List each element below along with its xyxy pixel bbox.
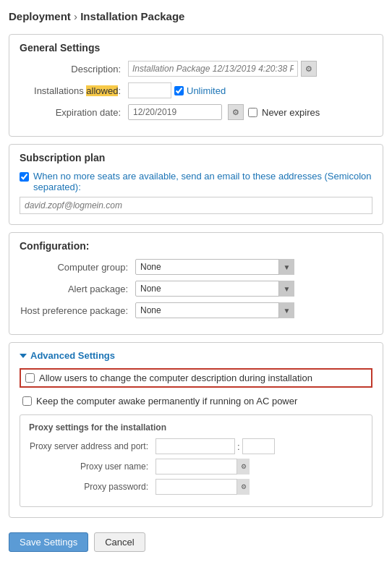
breadcrumb-current: Installation Package	[80, 10, 184, 22]
breadcrumb-separator: ›	[74, 10, 80, 22]
proxy-box-title: Proxy settings for the installation	[29, 422, 363, 433]
general-settings-title: General Settings	[20, 42, 372, 54]
never-expires-label: Never expires	[262, 107, 320, 118]
host-pref-select-wrap: None ▼	[135, 302, 294, 318]
advanced-settings-title[interactable]: Advanced Settings	[20, 350, 372, 361]
unlimited-label: Unlimited	[187, 85, 226, 96]
computer-group-row: Computer group: None ▼	[20, 259, 372, 275]
proxy-address-row: Proxy server address and port: :	[29, 438, 363, 454]
subscription-plan-title: Subscription plan	[20, 152, 372, 163]
save-settings-button[interactable]: Save Settings	[9, 532, 88, 552]
proxy-password-input[interactable]	[155, 479, 250, 495]
host-pref-row: Host preference package: None ▼	[20, 302, 372, 318]
proxy-password-icon-btn[interactable]: ⚙	[237, 479, 250, 495]
configuration-section: Configuration: Computer group: None ▼ Al…	[9, 232, 383, 335]
computer-group-select-wrap: None ▼	[135, 259, 294, 275]
subscription-plan-section: Subscription plan When no more seats are…	[9, 144, 383, 225]
computer-group-label: Computer group:	[20, 262, 135, 273]
proxy-password-row: Proxy password: ⚙	[29, 479, 363, 495]
installations-count-input[interactable]	[128, 82, 171, 98]
expiration-row: Expiration date: ⚙ Never expires	[20, 104, 372, 120]
keep-awake-checkbox[interactable]	[22, 396, 32, 406]
bottom-bar: Save Settings Cancel	[9, 525, 383, 555]
breadcrumb-parent: Deployment	[9, 10, 71, 22]
never-expires-checkbox[interactable]	[248, 108, 257, 117]
description-calendar-btn[interactable]: ⚙	[301, 61, 317, 77]
advanced-title-label: Advanced Settings	[30, 350, 115, 361]
keep-awake-row: Keep the computer awake permanently if r…	[20, 392, 372, 410]
proxy-username-row: Proxy user name: ⚙	[29, 459, 363, 475]
proxy-colon: :	[237, 441, 240, 452]
unlimited-row: Unlimited	[128, 82, 226, 98]
allow-description-row: Allow users to change the computer descr…	[20, 368, 372, 388]
description-row: Description: ⚙	[20, 61, 372, 77]
unlimited-checkbox[interactable]	[174, 86, 184, 95]
proxy-address-label: Proxy server address and port:	[29, 441, 155, 451]
configuration-title: Configuration:	[20, 240, 372, 252]
subscription-email-input[interactable]	[20, 197, 372, 214]
expiration-controls: ⚙ Never expires	[128, 104, 320, 120]
proxy-username-label: Proxy user name:	[29, 461, 155, 472]
proxy-port-input[interactable]	[242, 438, 275, 454]
alert-package-row: Alert package: None ▼	[20, 281, 372, 297]
allow-description-label: Allow users to change the computer descr…	[39, 373, 312, 383]
alert-package-select[interactable]: None	[135, 281, 294, 297]
expiration-calendar-btn[interactable]: ⚙	[228, 104, 244, 120]
subscription-checkbox-row: When no more seats are available, send a…	[20, 171, 372, 192]
proxy-address-input[interactable]	[155, 438, 235, 454]
page-wrapper: Deployment › Installation Package Genera…	[0, 0, 392, 583]
cancel-button[interactable]: Cancel	[94, 532, 145, 552]
description-label: Description:	[20, 64, 128, 75]
subscription-checkbox-label: When no more seats are available, send a…	[33, 171, 372, 192]
proxy-password-label: Proxy password:	[29, 482, 155, 492]
keep-awake-label: Keep the computer awake permanently if r…	[36, 396, 297, 407]
expiration-date-input[interactable]	[128, 104, 222, 120]
proxy-password-wrap: ⚙	[155, 479, 250, 495]
proxy-username-wrap: ⚙	[155, 459, 250, 475]
host-pref-label: Host preference package:	[20, 305, 135, 316]
proxy-settings-box: Proxy settings for the installation Prox…	[20, 414, 372, 507]
expiration-label: Expiration date:	[20, 107, 128, 118]
subscription-email-checkbox[interactable]	[20, 172, 29, 182]
general-settings-section: General Settings Description: ⚙ Installa…	[9, 34, 383, 137]
breadcrumb: Deployment › Installation Package	[9, 6, 383, 27]
alert-package-select-wrap: None ▼	[135, 281, 294, 297]
installations-row: Installations allowed: Unlimited	[20, 82, 372, 98]
installations-label-allowed: allowed	[86, 85, 118, 96]
proxy-username-input[interactable]	[155, 459, 250, 475]
installations-label-part2: :	[118, 85, 121, 96]
advanced-settings-section: Advanced Settings Allow users to change …	[9, 342, 383, 518]
allow-description-checkbox[interactable]	[25, 373, 35, 383]
advanced-toggle-icon	[20, 354, 27, 358]
computer-group-select[interactable]: None	[135, 259, 294, 275]
installations-label-part1: Installations	[34, 85, 86, 96]
host-pref-select[interactable]: None	[135, 302, 294, 318]
alert-package-label: Alert package:	[20, 284, 135, 294]
installations-label: Installations allowed:	[20, 85, 128, 96]
description-input[interactable]	[128, 61, 298, 77]
proxy-username-icon-btn[interactable]: ⚙	[237, 459, 250, 475]
